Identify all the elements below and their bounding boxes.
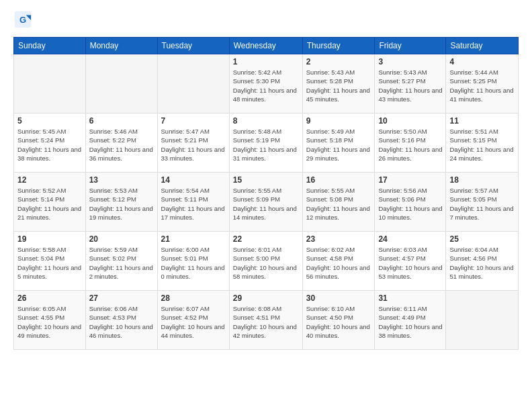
day-number: 6: [89, 116, 154, 126]
calendar-cell: 8Sunrise: 5:48 AM Sunset: 5:19 PM Daylig…: [229, 113, 302, 173]
calendar-cell: 23Sunrise: 6:02 AM Sunset: 4:58 PM Dayli…: [302, 232, 375, 291]
day-number: 29: [233, 293, 299, 303]
day-info: Sunrise: 5:45 AM Sunset: 5:24 PM Dayligh…: [17, 127, 82, 163]
day-number: 21: [161, 234, 226, 244]
calendar-cell: 25Sunrise: 6:04 AM Sunset: 4:56 PM Dayli…: [446, 232, 519, 291]
day-info: Sunrise: 6:02 AM Sunset: 4:58 PM Dayligh…: [306, 245, 371, 281]
calendar-cell: 17Sunrise: 5:56 AM Sunset: 5:06 PM Dayli…: [375, 173, 446, 232]
calendar-week: 26Sunrise: 6:05 AM Sunset: 4:55 PM Dayli…: [14, 291, 519, 350]
calendar-cell: 11Sunrise: 5:51 AM Sunset: 5:15 PM Dayli…: [446, 113, 519, 173]
day-info: Sunrise: 5:47 AM Sunset: 5:21 PM Dayligh…: [161, 127, 226, 163]
day-info: Sunrise: 6:06 AM Sunset: 4:53 PM Dayligh…: [89, 304, 154, 340]
calendar-cell: 7Sunrise: 5:47 AM Sunset: 5:21 PM Daylig…: [157, 113, 229, 173]
day-number: 31: [378, 293, 442, 303]
day-number: 3: [378, 57, 442, 66]
day-number: 13: [89, 175, 154, 185]
day-info: Sunrise: 5:43 AM Sunset: 5:27 PM Dayligh…: [378, 68, 442, 103]
calendar-cell: 30Sunrise: 6:10 AM Sunset: 4:50 PM Dayli…: [302, 291, 375, 350]
day-info: Sunrise: 6:07 AM Sunset: 4:52 PM Dayligh…: [161, 304, 226, 340]
calendar-cell: 31Sunrise: 6:11 AM Sunset: 4:49 PM Dayli…: [375, 291, 446, 350]
calendar-cell: 2Sunrise: 5:43 AM Sunset: 5:28 PM Daylig…: [302, 54, 375, 113]
logo-icon: G: [13, 10, 32, 29]
calendar-cell: [85, 54, 157, 113]
calendar-week: 1Sunrise: 5:42 AM Sunset: 5:30 PM Daylig…: [14, 54, 519, 113]
day-header: Sunday: [14, 38, 86, 54]
day-info: Sunrise: 5:56 AM Sunset: 5:06 PM Dayligh…: [378, 186, 442, 222]
calendar-cell: 5Sunrise: 5:45 AM Sunset: 5:24 PM Daylig…: [14, 113, 86, 173]
calendar-cell: 12Sunrise: 5:52 AM Sunset: 5:14 PM Dayli…: [14, 173, 86, 232]
calendar-cell: 9Sunrise: 5:49 AM Sunset: 5:18 PM Daylig…: [302, 113, 375, 173]
day-info: Sunrise: 6:03 AM Sunset: 4:57 PM Dayligh…: [378, 245, 442, 281]
day-number: 7: [161, 116, 226, 126]
calendar-week: 5Sunrise: 5:45 AM Sunset: 5:24 PM Daylig…: [14, 113, 519, 173]
day-number: 5: [17, 116, 82, 126]
day-info: Sunrise: 5:59 AM Sunset: 5:02 PM Dayligh…: [89, 245, 154, 281]
day-number: 4: [449, 57, 515, 66]
day-number: 23: [306, 234, 371, 244]
calendar-cell: 1Sunrise: 5:42 AM Sunset: 5:30 PM Daylig…: [229, 54, 302, 113]
day-number: 26: [17, 293, 82, 303]
day-info: Sunrise: 5:50 AM Sunset: 5:16 PM Dayligh…: [378, 127, 442, 163]
day-number: 20: [89, 234, 154, 244]
day-info: Sunrise: 6:08 AM Sunset: 4:51 PM Dayligh…: [233, 304, 299, 340]
calendar-cell: 26Sunrise: 6:05 AM Sunset: 4:55 PM Dayli…: [14, 291, 86, 350]
day-info: Sunrise: 5:42 AM Sunset: 5:30 PM Dayligh…: [233, 68, 299, 103]
day-header: Saturday: [446, 38, 519, 54]
day-header: Wednesday: [229, 38, 302, 54]
calendar-cell: 21Sunrise: 6:00 AM Sunset: 5:01 PM Dayli…: [157, 232, 229, 291]
calendar-cell: 27Sunrise: 6:06 AM Sunset: 4:53 PM Dayli…: [85, 291, 157, 350]
day-info: Sunrise: 5:49 AM Sunset: 5:18 PM Dayligh…: [306, 127, 371, 163]
day-number: 19: [17, 234, 82, 244]
calendar-cell: 4Sunrise: 5:44 AM Sunset: 5:25 PM Daylig…: [446, 54, 519, 113]
calendar-body: 1Sunrise: 5:42 AM Sunset: 5:30 PM Daylig…: [14, 54, 519, 350]
day-number: 24: [378, 234, 442, 244]
day-number: 28: [161, 293, 226, 303]
calendar-cell: 20Sunrise: 5:59 AM Sunset: 5:02 PM Dayli…: [85, 232, 157, 291]
day-info: Sunrise: 5:55 AM Sunset: 5:08 PM Dayligh…: [306, 186, 371, 222]
day-info: Sunrise: 5:52 AM Sunset: 5:14 PM Dayligh…: [17, 186, 82, 222]
calendar-cell: 22Sunrise: 6:01 AM Sunset: 5:00 PM Dayli…: [229, 232, 302, 291]
calendar-cell: 18Sunrise: 5:57 AM Sunset: 5:05 PM Dayli…: [446, 173, 519, 232]
day-number: 15: [233, 175, 299, 185]
calendar-cell: 24Sunrise: 6:03 AM Sunset: 4:57 PM Dayli…: [375, 232, 446, 291]
day-number: 11: [449, 116, 515, 126]
day-number: 27: [89, 293, 154, 303]
day-header: Thursday: [302, 38, 375, 54]
day-info: Sunrise: 6:01 AM Sunset: 5:00 PM Dayligh…: [233, 245, 299, 281]
calendar-cell: 29Sunrise: 6:08 AM Sunset: 4:51 PM Dayli…: [229, 291, 302, 350]
day-info: Sunrise: 5:48 AM Sunset: 5:19 PM Dayligh…: [233, 127, 299, 163]
day-info: Sunrise: 5:57 AM Sunset: 5:05 PM Dayligh…: [449, 186, 515, 222]
calendar-cell: 13Sunrise: 5:53 AM Sunset: 5:12 PM Dayli…: [85, 173, 157, 232]
day-info: Sunrise: 6:11 AM Sunset: 4:49 PM Dayligh…: [378, 304, 442, 340]
logo: G: [13, 10, 34, 29]
day-header: Friday: [375, 38, 446, 54]
calendar-week: 12Sunrise: 5:52 AM Sunset: 5:14 PM Dayli…: [14, 173, 519, 232]
day-info: Sunrise: 5:44 AM Sunset: 5:25 PM Dayligh…: [449, 68, 515, 103]
day-info: Sunrise: 5:53 AM Sunset: 5:12 PM Dayligh…: [89, 186, 154, 222]
day-info: Sunrise: 6:05 AM Sunset: 4:55 PM Dayligh…: [17, 304, 82, 340]
day-number: 12: [17, 175, 82, 185]
day-number: 30: [306, 293, 371, 303]
day-info: Sunrise: 5:46 AM Sunset: 5:22 PM Dayligh…: [89, 127, 154, 163]
calendar-cell: 6Sunrise: 5:46 AM Sunset: 5:22 PM Daylig…: [85, 113, 157, 173]
day-number: 14: [161, 175, 226, 185]
header: G: [13, 10, 519, 29]
calendar-cell: 10Sunrise: 5:50 AM Sunset: 5:16 PM Dayli…: [375, 113, 446, 173]
calendar-cell: 28Sunrise: 6:07 AM Sunset: 4:52 PM Dayli…: [157, 291, 229, 350]
day-number: 10: [378, 116, 442, 126]
calendar-cell: [157, 54, 229, 113]
calendar-cell: [446, 291, 519, 350]
day-number: 22: [233, 234, 299, 244]
day-info: Sunrise: 6:10 AM Sunset: 4:50 PM Dayligh…: [306, 304, 371, 340]
day-header: Tuesday: [157, 38, 229, 54]
calendar-table: SundayMondayTuesdayWednesdayThursdayFrid…: [13, 37, 519, 350]
calendar-cell: [14, 54, 86, 113]
day-number: 9: [306, 116, 371, 126]
day-header: Monday: [85, 38, 157, 54]
day-number: 8: [233, 116, 299, 126]
svg-text:G: G: [19, 15, 26, 25]
day-info: Sunrise: 5:58 AM Sunset: 5:04 PM Dayligh…: [17, 245, 82, 281]
day-info: Sunrise: 6:00 AM Sunset: 5:01 PM Dayligh…: [161, 245, 226, 281]
calendar-header: SundayMondayTuesdayWednesdayThursdayFrid…: [14, 38, 519, 54]
day-info: Sunrise: 5:43 AM Sunset: 5:28 PM Dayligh…: [306, 68, 371, 103]
